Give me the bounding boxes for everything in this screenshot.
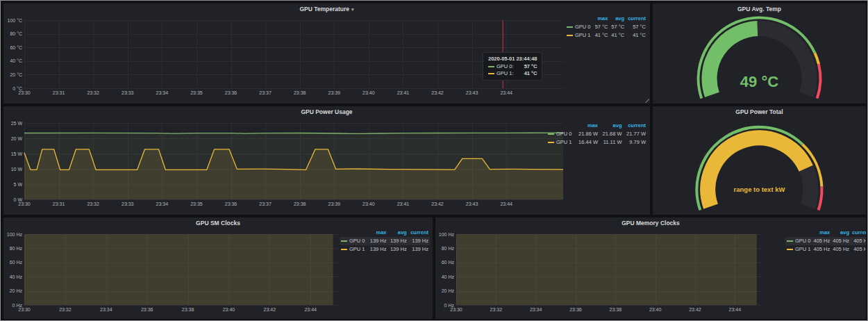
legend-sort-header[interactable]: avg bbox=[599, 122, 623, 130]
svg-text:23:30: 23:30 bbox=[18, 90, 31, 95]
svg-text:100 Hz: 100 Hz bbox=[439, 232, 455, 237]
legend-value: 16.44 W bbox=[576, 138, 599, 147]
legend-series-toggle[interactable]: GPU 0 bbox=[565, 23, 593, 31]
legend-table: maxavgcurrentGPU 021.86 W21.68 W21.77 WG… bbox=[546, 122, 647, 147]
legend-row: GPU 0405 Hz405 Hz405 Hz bbox=[785, 237, 866, 245]
svg-text:60 °C: 60 °C bbox=[10, 45, 22, 50]
legend-value: 405 Hz bbox=[851, 237, 866, 245]
svg-text:23:38: 23:38 bbox=[182, 307, 194, 312]
legend-sort-header[interactable]: current bbox=[851, 229, 866, 237]
memory-clocks-chart[interactable]: 0 Hz20 Hz40 Hz60 Hz80 Hz100 Hz23:3023:32… bbox=[437, 230, 763, 316]
svg-text:23:38: 23:38 bbox=[610, 307, 622, 312]
svg-text:23:32: 23:32 bbox=[87, 90, 99, 95]
svg-text:20 Hz: 20 Hz bbox=[442, 288, 455, 293]
gauge-value-arc bbox=[708, 138, 806, 207]
tooltip-row: GPU 0:57 °C bbox=[488, 63, 537, 70]
svg-text:23:34: 23:34 bbox=[530, 307, 542, 312]
legend-value: 405 Hz bbox=[831, 245, 851, 254]
svg-text:23:36: 23:36 bbox=[225, 201, 237, 206]
sm-clocks-chart[interactable]: 0 Hz20 Hz40 Hz60 Hz80 Hz100 Hz23:3023:32… bbox=[5, 230, 340, 316]
svg-text:60 Hz: 60 Hz bbox=[10, 260, 23, 265]
legend-spacer bbox=[565, 15, 593, 23]
legend-sort-header[interactable]: max bbox=[593, 15, 610, 23]
legend-sort-header[interactable]: max bbox=[812, 229, 832, 237]
legend-value: 405 Hz bbox=[812, 237, 832, 245]
panel-title-gpu-memory-clocks[interactable]: GPU Memory Clocks bbox=[435, 217, 866, 229]
svg-text:23:32: 23:32 bbox=[59, 307, 72, 312]
series-color-swatch bbox=[787, 249, 793, 250]
svg-text:23:30: 23:30 bbox=[18, 201, 31, 206]
svg-text:23:34: 23:34 bbox=[156, 90, 169, 95]
legend-table: maxavgcurrentGPU 057 °C57 °C57 °CGPU 141… bbox=[565, 15, 647, 40]
series-color-swatch bbox=[488, 73, 494, 74]
legend-series-toggle[interactable]: GPU 1 bbox=[340, 245, 367, 254]
svg-text:40 °C: 40 °C bbox=[10, 58, 22, 63]
legend-sort-header[interactable]: max bbox=[576, 122, 599, 130]
panel-title-gpu-temperature[interactable]: GPU Temperature▾ bbox=[3, 3, 650, 15]
series-color-swatch bbox=[341, 249, 347, 250]
series-color-swatch bbox=[567, 35, 573, 36]
gauge-svg: range to text kW bbox=[653, 119, 866, 215]
legend-sort-header[interactable]: current bbox=[624, 122, 648, 130]
tooltip-timestamp: 2020-05-01 23:44:48 bbox=[488, 56, 537, 62]
power-usage-chart[interactable]: 0 W5 W10 W15 W20 W25 W23:3023:3123:3223:… bbox=[5, 119, 565, 211]
legend-spacer bbox=[785, 229, 812, 237]
chevron-down-icon[interactable]: ▾ bbox=[351, 7, 354, 12]
legend-row: GPU 1139 Hz139 Hz139 Hz bbox=[340, 245, 430, 254]
legend-row: GPU 0139 Hz139 Hz139 Hz bbox=[340, 237, 430, 245]
legend-value: 405 Hz bbox=[812, 245, 832, 254]
gauge-svg: 49 °C bbox=[653, 16, 866, 104]
legend-series-toggle[interactable]: GPU 0 bbox=[340, 237, 367, 245]
power-usage-legend: maxavgcurrentGPU 021.86 W21.68 W21.77 WG… bbox=[546, 122, 647, 147]
legend-value: 21.86 W bbox=[576, 130, 599, 138]
legend-series-toggle[interactable]: GPU 0 bbox=[785, 237, 812, 245]
svg-text:23:30: 23:30 bbox=[18, 307, 31, 312]
svg-text:23:34: 23:34 bbox=[100, 307, 112, 312]
panel-title-gpu-sm-clocks[interactable]: GPU SM Clocks bbox=[3, 217, 433, 229]
legend-row: GPU 021.86 W21.68 W21.77 W bbox=[546, 130, 647, 138]
svg-text:15 W: 15 W bbox=[11, 151, 23, 156]
svg-text:20 °C: 20 °C bbox=[10, 72, 22, 77]
legend-value: 21.68 W bbox=[599, 130, 623, 138]
panel-title-text: GPU Power Total bbox=[735, 108, 783, 115]
legend-sort-header[interactable]: current bbox=[408, 229, 430, 237]
legend-value: 139 Hz bbox=[367, 245, 387, 254]
legend-series-toggle[interactable]: GPU 1 bbox=[785, 245, 812, 254]
panel-title-gpu-power-usage[interactable]: GPU Power Usage bbox=[3, 106, 650, 118]
gpu-temperature-svg: 0 °C20 °C40 °C60 °C80 °C100 °C23:3023:31… bbox=[5, 16, 565, 99]
legend-series-toggle[interactable]: GPU 1 bbox=[565, 31, 593, 40]
legend-sort-header[interactable]: avg bbox=[609, 15, 626, 23]
series-color-swatch bbox=[567, 26, 573, 28]
svg-text:80 Hz: 80 Hz bbox=[442, 246, 455, 251]
panel-title-gpu-power-total[interactable]: GPU Power Total bbox=[653, 106, 866, 118]
series-color-swatch bbox=[341, 240, 347, 242]
svg-text:23:36: 23:36 bbox=[225, 90, 237, 95]
temperature-chart[interactable]: 0 °C20 °C40 °C60 °C80 °C100 °C23:3023:31… bbox=[5, 16, 565, 99]
legend-value: 21.77 W bbox=[624, 130, 648, 138]
svg-text:23:42: 23:42 bbox=[431, 201, 444, 206]
panel-title-text: GPU SM Clocks bbox=[196, 220, 240, 227]
legend-value: 405 Hz bbox=[851, 245, 866, 254]
panel-gpu-power-total: GPU Power Total range to text kW bbox=[653, 106, 866, 215]
svg-text:23:40: 23:40 bbox=[223, 307, 235, 312]
svg-text:23:31: 23:31 bbox=[53, 201, 65, 206]
legend-sort-header[interactable]: avg bbox=[831, 229, 851, 237]
legend-series-toggle[interactable]: GPU 1 bbox=[546, 138, 576, 147]
gauge-threshold-arc bbox=[819, 187, 822, 211]
panel-resize-handle[interactable] bbox=[644, 98, 649, 103]
svg-text:23:43: 23:43 bbox=[466, 90, 478, 95]
svg-text:100 Hz: 100 Hz bbox=[7, 232, 23, 237]
legend-sort-header[interactable]: current bbox=[626, 15, 647, 23]
legend-row: GPU 116.44 W11.11 W9.79 W bbox=[546, 138, 647, 147]
panel-gpu-memory-clocks: GPU Memory Clocks 0 Hz20 Hz40 Hz60 Hz80 … bbox=[435, 217, 866, 319]
tooltip-series-value: 41 °C bbox=[517, 70, 537, 77]
legend-sort-header[interactable]: max bbox=[367, 229, 387, 237]
panel-title-text: GPU Power Usage bbox=[301, 108, 352, 115]
legend-sort-header[interactable]: avg bbox=[388, 229, 408, 237]
gauge-threshold-arc bbox=[815, 53, 819, 64]
legend-series-toggle[interactable]: GPU 0 bbox=[546, 130, 576, 138]
panel-title-gpu-avg-temp[interactable]: GPU Avg. Temp bbox=[653, 3, 866, 15]
panel-gpu-sm-clocks: GPU SM Clocks 0 Hz20 Hz40 Hz60 Hz80 Hz10… bbox=[3, 217, 433, 319]
grafana-dashboard: GPU Temperature▾ 0 °C20 °C40 °C60 °C80 °… bbox=[0, 0, 868, 321]
svg-text:40 Hz: 40 Hz bbox=[442, 274, 455, 279]
